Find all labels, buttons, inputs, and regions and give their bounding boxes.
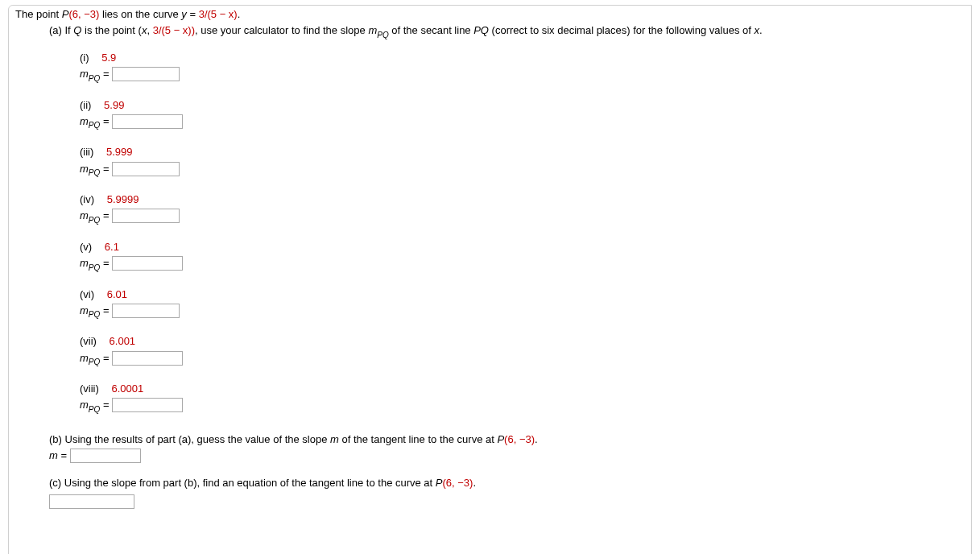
sub-items-list: (i) 5.9 mPQ = (ii) 5.99 mPQ = (iii) 5.99… [80, 51, 965, 415]
answer-input-vi[interactable] [112, 304, 180, 318]
answer-input-viii[interactable] [112, 398, 183, 412]
q-point: (x, 3/(5 − x)) [139, 24, 195, 36]
part-c-text: (c) Using the slope from part (b), find … [49, 476, 965, 490]
part-b-text: (b) Using the results of part (a), guess… [49, 432, 965, 447]
sub-item-label: (viii) 6.0001 [80, 382, 965, 396]
part-a-text: (a) If Q is the point (x, 3/(5 − x)), us… [49, 23, 965, 40]
intro-mid: lies on the curve [99, 8, 181, 20]
x-value: 5.999 [106, 146, 133, 158]
x-value: 5.9999 [107, 193, 139, 205]
mpq-line: mPQ = [80, 256, 965, 273]
x-value: 6.001 [110, 335, 136, 347]
answer-input-iv[interactable] [112, 209, 180, 223]
answer-input-c[interactable] [49, 494, 134, 509]
x-value: 6.0001 [111, 382, 143, 395]
answer-input-iii[interactable] [112, 162, 180, 176]
sub-item-vii: (vii) 6.001 mPQ = [80, 334, 965, 367]
sub-item-i: (i) 5.9 mPQ = [80, 51, 965, 84]
sub-item-ii: (ii) 5.99 mPQ = [80, 98, 965, 131]
sub-item-label: (vii) 6.001 [80, 334, 965, 349]
answer-input-b[interactable] [70, 449, 141, 463]
part-b: (b) Using the results of part (a), guess… [49, 432, 965, 463]
mpq-line: mPQ = [80, 209, 965, 225]
sub-item-label: (iv) 5.9999 [80, 192, 965, 207]
sub-item-iv: (iv) 5.9999 mPQ = [80, 192, 965, 225]
sub-item-label: (i) 5.9 [80, 51, 965, 65]
sub-item-vi: (vi) 6.01 mPQ = [80, 287, 965, 320]
sub-item-label: (v) 6.1 [80, 240, 965, 254]
curve-rhs: 3/(5 − x) [199, 8, 238, 20]
intro-prefix: The point [15, 8, 62, 20]
answer-input-vii[interactable] [112, 351, 183, 366]
intro-eq: = [187, 8, 199, 20]
point-coords: (6, −3) [69, 8, 100, 20]
sub-item-v: (v) 6.1 mPQ = [80, 240, 965, 273]
answer-input-ii[interactable] [112, 114, 183, 129]
sub-item-label: (ii) 5.99 [80, 98, 965, 113]
part-c: (c) Using the slope from part (b), find … [49, 476, 965, 508]
slope-pq-subscript: PQ [377, 31, 388, 39]
answer-input-v[interactable] [112, 256, 183, 271]
intro-suffix: . [238, 8, 241, 20]
problem-intro: The point P(6, −3) lies on the curve y =… [15, 7, 965, 22]
part-c-answer-line [49, 494, 965, 509]
mpq-line: mPQ = [80, 162, 965, 179]
mpq-line: mPQ = [80, 67, 965, 84]
mpq-line: mPQ = [80, 114, 965, 131]
point-p: P [62, 8, 69, 20]
mpq-line: mPQ = [80, 304, 965, 320]
mpq-line: mPQ = [80, 351, 965, 368]
x-value: 6.1 [105, 241, 119, 253]
mpq-line: mPQ = [80, 398, 965, 415]
sub-item-label: (vi) 6.01 [80, 287, 965, 302]
answer-input-i[interactable] [112, 67, 180, 81]
sub-item-iii: (iii) 5.999 mPQ = [80, 145, 965, 178]
q-letter: Q [73, 24, 81, 36]
x-value: 5.9 [101, 52, 116, 64]
x-value: 5.99 [104, 99, 124, 111]
secant-pq: PQ [473, 24, 489, 36]
sub-item-viii: (viii) 6.0001 mPQ = [80, 382, 965, 415]
x-value: 6.01 [107, 288, 127, 300]
slope-m: m [368, 24, 377, 36]
sub-item-label: (iii) 5.999 [80, 145, 965, 159]
part-b-answer-line: m = [49, 449, 965, 463]
